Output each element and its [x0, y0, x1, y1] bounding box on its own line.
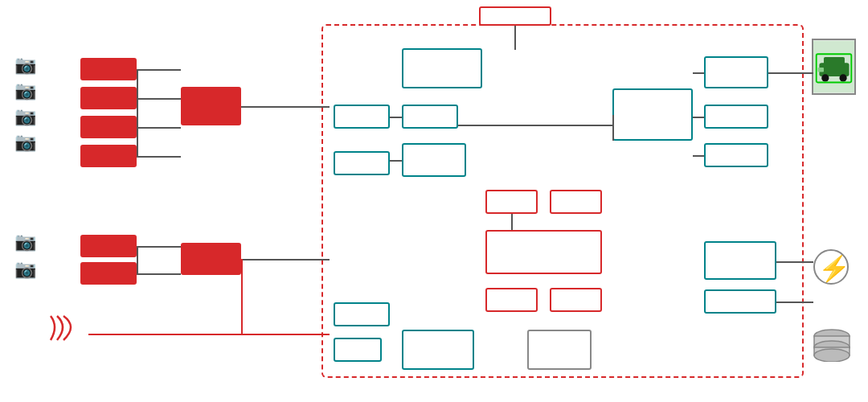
emmc-sd [704, 289, 776, 314]
csi2-top [334, 105, 390, 129]
isp [402, 105, 458, 129]
line-ser5-fpd [137, 246, 181, 248]
camera-icon-5: 📷 [14, 232, 36, 252]
storage-icon [812, 328, 852, 363]
pcie [334, 338, 382, 362]
line-ser2-fpd [137, 98, 181, 100]
safety-mcu [527, 330, 592, 370]
dsp [485, 190, 538, 214]
octal-spi [704, 241, 776, 280]
lpddr4-line [514, 26, 516, 50]
serializer-1 [80, 58, 137, 80]
ext-mem-interface [402, 48, 482, 88]
line-display-edp [693, 117, 704, 118]
hdmi [704, 143, 768, 167]
display-subsystem [612, 88, 693, 141]
line-v-ser-bot [137, 246, 138, 273]
serializer-6 [80, 262, 137, 285]
line-v-ser [137, 69, 138, 156]
a72-right [550, 288, 602, 312]
line-ser3-fpd [137, 127, 181, 129]
fpd-link-hub-1 [181, 87, 241, 125]
serializer-5 [80, 235, 137, 257]
a72-left [485, 288, 538, 312]
deep-learning-accel [485, 230, 602, 274]
radar-line [88, 334, 330, 335]
camera-icon-3: 📷 [14, 106, 36, 127]
line-display-hdmi [693, 155, 704, 157]
serializer-2 [80, 87, 137, 109]
serializer-4 [80, 145, 137, 167]
line-ser4-fpd [137, 156, 181, 158]
radar-icon [44, 312, 84, 350]
ethernet-switch [402, 330, 474, 370]
video-accel [402, 143, 466, 177]
svg-point-4 [839, 74, 846, 81]
camera-icon-1: 📷 [14, 55, 36, 76]
camera-icon-4: 📷 [14, 132, 36, 153]
camera-icon-6: 📷 [14, 259, 36, 280]
line-fpd-bot-chip [241, 259, 330, 260]
edp [704, 105, 768, 129]
line-csi-isp [390, 117, 402, 118]
radar-line-v [241, 259, 243, 334]
display-image [812, 39, 856, 95]
svg-point-11 [814, 349, 850, 362]
line-csi2-display [768, 72, 813, 74]
line-v-isp-display [612, 115, 614, 141]
lpddr4-box [479, 6, 551, 26]
svg-rect-5 [818, 68, 824, 72]
line-fpd-csi [241, 106, 330, 108]
boot-flash-circle [813, 249, 849, 285]
line-csi2tx-out [693, 72, 704, 74]
camera-icon-2: 📷 [14, 80, 36, 101]
line-csi-video [390, 160, 402, 162]
fpd-link-hub-2 [181, 243, 241, 275]
svg-point-3 [821, 74, 829, 81]
line-octal-flash [776, 261, 813, 263]
can-fd [334, 302, 390, 326]
line-isp-display [458, 125, 612, 126]
csi2-bottom [334, 151, 390, 175]
serializer-3 [80, 116, 137, 138]
line-ser1-fpd [137, 69, 181, 71]
gpu [550, 190, 602, 214]
svg-rect-2 [824, 57, 845, 68]
csi2-tx [704, 56, 768, 88]
line-dsp-dl [511, 214, 513, 230]
line-emmc-storage [776, 302, 813, 303]
line-ser6-fpd [137, 273, 181, 275]
